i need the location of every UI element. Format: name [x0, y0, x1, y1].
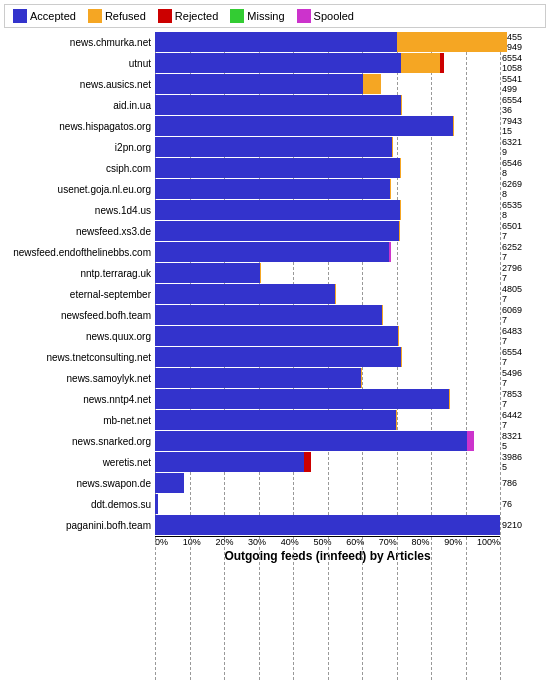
bar-accepted	[155, 494, 158, 514]
bar-area: 76	[155, 494, 550, 514]
bar-values: 65468	[502, 158, 550, 178]
axis-tick: 0%	[155, 537, 168, 547]
value-accepted: 6554	[502, 95, 550, 105]
bar-area: 64552949	[155, 32, 550, 52]
bar-values: 60697	[502, 305, 550, 325]
value-second: 7	[502, 336, 550, 346]
value-accepted: 6455	[502, 32, 550, 42]
bars-wrapper	[155, 158, 500, 178]
axis-tick: 10%	[183, 537, 201, 547]
row-label: nntp.terrarag.uk	[0, 268, 155, 279]
value-second: 5	[502, 441, 550, 451]
axis-tick: 90%	[444, 537, 462, 547]
spooled-legend-box	[297, 9, 311, 23]
value-accepted: 7853	[502, 389, 550, 399]
bar-area: 60697	[155, 305, 550, 325]
bar-values: 54967	[502, 368, 550, 388]
row-label: i2pn.org	[0, 142, 155, 153]
bar-spooled	[389, 242, 391, 262]
value-second: 7	[502, 294, 550, 304]
table-row: news.tnetconsulting.net65547	[0, 347, 550, 367]
bar-accepted	[155, 200, 400, 220]
axis-area: 0%10%20%30%40%50%60%70%80%90%100%	[155, 536, 550, 547]
bar-values: 65541058	[502, 53, 550, 73]
bar-area: 9210	[155, 515, 550, 535]
bars-wrapper	[155, 389, 500, 409]
bar-refused	[401, 53, 441, 73]
bar-area: 63219	[155, 137, 550, 157]
bar-area: 65547	[155, 347, 550, 367]
table-row: usenet.goja.nl.eu.org62698	[0, 179, 550, 199]
bar-accepted	[155, 242, 389, 262]
bar-values: 62698	[502, 179, 550, 199]
value-second: 7	[502, 231, 550, 241]
bar-area: 64427	[155, 410, 550, 430]
row-label: news.chmurka.net	[0, 37, 155, 48]
bar-accepted	[155, 116, 453, 136]
value-accepted: 786	[502, 478, 550, 488]
legend-item-missing: Missing	[230, 9, 284, 23]
bar-refused	[363, 74, 382, 94]
bar-values: 39865	[502, 452, 550, 472]
bar-values: 48057	[502, 284, 550, 304]
bars-wrapper	[155, 494, 500, 514]
value-second: 7	[502, 273, 550, 283]
missing-legend-label: Missing	[247, 10, 284, 22]
value-accepted: 6321	[502, 137, 550, 147]
row-label: news.snarked.org	[0, 436, 155, 447]
bar-accepted	[155, 326, 398, 346]
bar-area: 62527	[155, 242, 550, 262]
bar-values: 65017	[502, 221, 550, 241]
bar-area: 39865	[155, 452, 550, 472]
bar-accepted	[155, 515, 500, 535]
bar-area: 48057	[155, 284, 550, 304]
bar-area: 64837	[155, 326, 550, 346]
table-row: ddt.demos.su76	[0, 494, 550, 514]
row-label: aid.in.ua	[0, 100, 155, 111]
bar-accepted	[155, 452, 304, 472]
bars-wrapper	[155, 200, 500, 220]
row-label: paganini.bofh.team	[0, 520, 155, 531]
spooled-legend-label: Spooled	[314, 10, 354, 22]
axis-tick: 60%	[346, 537, 364, 547]
bar-values: 786	[502, 473, 550, 493]
bars-wrapper	[155, 95, 500, 115]
axis-ticks: 0%10%20%30%40%50%60%70%80%90%100%	[155, 537, 500, 547]
table-row: paganini.bofh.team9210	[0, 515, 550, 535]
row-label: mb-net.net	[0, 415, 155, 426]
bar-accepted	[155, 284, 335, 304]
bar-area: 655436	[155, 95, 550, 115]
legend-item-spooled: Spooled	[297, 9, 354, 23]
table-row: news.chmurka.net64552949	[0, 32, 550, 52]
accepted-legend-box	[13, 9, 27, 23]
bar-accepted	[155, 263, 260, 283]
table-row: news.1d4.us65358	[0, 200, 550, 220]
bar-values: 9210	[502, 515, 550, 535]
table-row: news.swapon.de786	[0, 473, 550, 493]
value-accepted: 2796	[502, 263, 550, 273]
bar-values: 65358	[502, 200, 550, 220]
value-accepted: 6069	[502, 305, 550, 315]
bar-values: 655436	[502, 95, 550, 115]
bar-accepted	[155, 410, 396, 430]
row-label: csiph.com	[0, 163, 155, 174]
bar-accepted	[155, 368, 361, 388]
value-second: 2949	[502, 42, 550, 52]
bars-wrapper	[155, 179, 500, 199]
bar-accepted	[155, 389, 449, 409]
bar-accepted	[155, 431, 467, 451]
bar-values: 5541499	[502, 74, 550, 94]
axis-tick: 70%	[379, 537, 397, 547]
table-row: newsfeed.bofh.team60697	[0, 305, 550, 325]
table-row: i2pn.org63219	[0, 137, 550, 157]
missing-legend-box	[230, 9, 244, 23]
bar-accepted	[155, 221, 399, 241]
value-second: 8	[502, 210, 550, 220]
value-accepted: 6269	[502, 179, 550, 189]
bar-accepted	[155, 74, 363, 94]
value-accepted: 3986	[502, 452, 550, 462]
bar-accepted	[155, 305, 382, 325]
bar-refused	[401, 95, 402, 115]
rejected-legend-box	[158, 9, 172, 23]
bars-wrapper	[155, 410, 500, 430]
